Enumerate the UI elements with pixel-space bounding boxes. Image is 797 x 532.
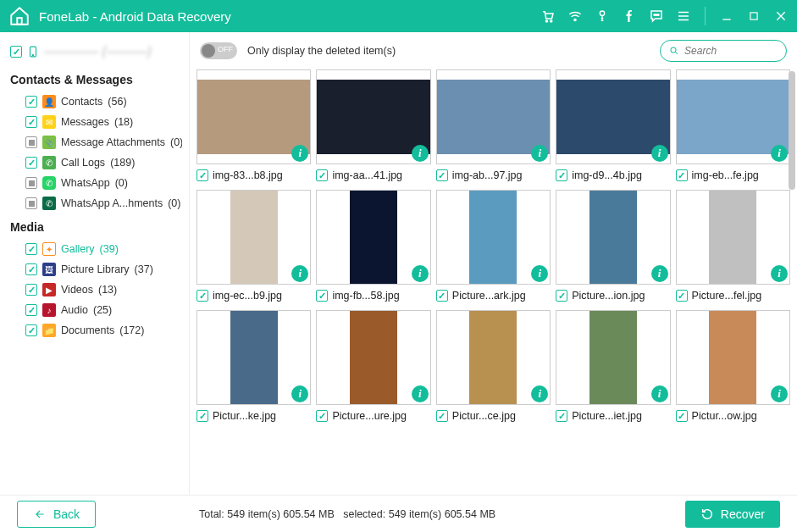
- thumbnail-card[interactable]: iPicture...ure.jpg: [316, 310, 430, 422]
- thumbnail-card[interactable]: iimg-fb...58.jpg: [316, 190, 430, 302]
- feedback-icon[interactable]: [649, 8, 664, 24]
- thumbnail-card[interactable]: iPicture...ion.jpg: [556, 190, 670, 302]
- back-button[interactable]: Back: [17, 501, 96, 528]
- thumbnail-box[interactable]: i: [676, 69, 790, 164]
- wifi-icon[interactable]: [567, 8, 583, 24]
- minimize-icon[interactable]: [719, 8, 734, 24]
- cart-icon[interactable]: [540, 8, 556, 24]
- checkbox[interactable]: [25, 116, 37, 128]
- search-box[interactable]: [660, 40, 787, 62]
- thumb-checkbox[interactable]: [436, 290, 448, 302]
- thumbnail-box[interactable]: i: [196, 310, 311, 405]
- thumb-checkbox[interactable]: [436, 169, 448, 181]
- thumb-checkbox[interactable]: [316, 290, 328, 302]
- info-icon[interactable]: i: [291, 265, 308, 282]
- thumbnail-box[interactable]: i: [676, 310, 790, 405]
- thumbnail-card[interactable]: iimg-83...b8.jpg: [196, 69, 311, 181]
- thumbnail-card[interactable]: iPicture...ark.jpg: [436, 190, 551, 302]
- thumbnail-box[interactable]: i: [196, 190, 311, 285]
- thumb-checkbox[interactable]: [196, 410, 208, 422]
- thumbnail-box[interactable]: i: [436, 190, 551, 285]
- deleted-only-toggle[interactable]: OFF: [200, 42, 237, 59]
- thumbnail-box[interactable]: i: [556, 310, 670, 405]
- checkbox[interactable]: [25, 197, 37, 209]
- maximize-icon[interactable]: [746, 8, 761, 24]
- checkbox[interactable]: [25, 136, 37, 148]
- checkbox[interactable]: [25, 157, 37, 169]
- thumbnail-card[interactable]: iimg-eb...fe.jpg: [676, 69, 790, 181]
- thumb-checkbox[interactable]: [676, 169, 688, 181]
- thumbnail-box[interactable]: i: [316, 310, 430, 405]
- thumb-checkbox[interactable]: [556, 410, 567, 422]
- tree-item-msgAtt[interactable]: 📎Message Attachments (0): [10, 132, 182, 152]
- info-icon[interactable]: i: [771, 385, 788, 402]
- tree-item-videos[interactable]: ▶Videos (13): [10, 280, 182, 300]
- checkbox[interactable]: [25, 324, 37, 336]
- key-icon[interactable]: [595, 8, 610, 24]
- thumbnail-box[interactable]: i: [196, 69, 311, 164]
- scrollbar-thumb[interactable]: [789, 71, 795, 190]
- recover-button[interactable]: Recover: [685, 501, 780, 528]
- device-row[interactable]: ———— (———): [10, 41, 182, 66]
- thumbnail-box[interactable]: i: [556, 69, 670, 164]
- thumbnail-card[interactable]: iPicture...iet.jpg: [556, 310, 670, 422]
- info-icon[interactable]: i: [771, 145, 788, 162]
- home-icon[interactable]: [8, 5, 30, 27]
- tree-item-audio[interactable]: ♪Audio (25): [10, 300, 182, 320]
- thumbnail-card[interactable]: iPicture...fel.jpg: [676, 190, 790, 302]
- tree-item-contacts[interactable]: 👤Contacts (56): [10, 91, 182, 112]
- search-input[interactable]: [684, 45, 778, 57]
- info-icon[interactable]: i: [531, 265, 548, 282]
- tree-item-picLib[interactable]: 🖼Picture Library (37): [10, 259, 182, 280]
- facebook-icon[interactable]: [622, 8, 637, 24]
- thumbnail-card[interactable]: iimg-aa...41.jpg: [316, 69, 430, 181]
- close-icon[interactable]: [773, 8, 789, 24]
- thumbnail-box[interactable]: i: [436, 69, 551, 164]
- checkbox[interactable]: [25, 243, 37, 255]
- thumb-checkbox[interactable]: [556, 169, 567, 181]
- thumb-checkbox[interactable]: [316, 410, 328, 422]
- checkbox[interactable]: [25, 284, 37, 296]
- menu-icon[interactable]: [676, 8, 691, 24]
- info-icon[interactable]: i: [531, 145, 548, 162]
- thumbnail-card[interactable]: iimg-d9...4b.jpg: [556, 69, 670, 181]
- thumbnail-card[interactable]: iimg-ec...b9.jpg: [196, 190, 311, 302]
- thumbnail-box[interactable]: i: [436, 310, 551, 405]
- thumb-checkbox[interactable]: [676, 410, 688, 422]
- tree-item-messages[interactable]: ✉Messages (18): [10, 112, 182, 132]
- checkbox[interactable]: [25, 304, 37, 316]
- info-icon[interactable]: i: [412, 385, 429, 402]
- thumb-checkbox[interactable]: [196, 169, 208, 181]
- info-icon[interactable]: i: [651, 385, 668, 402]
- info-icon[interactable]: i: [412, 265, 429, 282]
- checkbox[interactable]: [25, 263, 37, 275]
- thumbnail-box[interactable]: i: [676, 190, 790, 285]
- tree-item-whatsapp[interactable]: ✆WhatsApp (0): [10, 173, 182, 193]
- thumb-checkbox[interactable]: [676, 290, 688, 302]
- thumb-checkbox[interactable]: [556, 290, 567, 302]
- thumb-checkbox[interactable]: [196, 290, 208, 302]
- info-icon[interactable]: i: [291, 145, 308, 162]
- thumbnail-card[interactable]: iPictur...ce.jpg: [436, 310, 551, 422]
- info-icon[interactable]: i: [291, 385, 308, 402]
- thumb-checkbox[interactable]: [436, 410, 448, 422]
- thumbnail-card[interactable]: iimg-ab...97.jpg: [436, 69, 551, 181]
- tree-item-gallery[interactable]: ✦Gallery (39): [10, 239, 182, 259]
- info-icon[interactable]: i: [651, 265, 668, 282]
- thumbnail-card[interactable]: iPictur...ow.jpg: [676, 310, 790, 422]
- thumbnail-box[interactable]: i: [556, 190, 670, 285]
- thumbnail-box[interactable]: i: [316, 69, 430, 164]
- info-icon[interactable]: i: [412, 145, 429, 162]
- thumbnail-box[interactable]: i: [316, 190, 430, 285]
- tree-item-whatsappAtt[interactable]: ✆WhatsApp A...hments (0): [10, 193, 182, 213]
- info-icon[interactable]: i: [651, 145, 668, 162]
- checkbox[interactable]: [25, 96, 37, 108]
- thumb-checkbox[interactable]: [316, 169, 328, 181]
- checkbox[interactable]: [25, 177, 37, 189]
- thumbnail-card[interactable]: iPictur...ke.jpg: [196, 310, 311, 422]
- info-icon[interactable]: i: [771, 265, 788, 282]
- tree-item-docs[interactable]: 📁Documents (172): [10, 320, 182, 341]
- info-icon[interactable]: i: [531, 385, 548, 402]
- device-checkbox[interactable]: [10, 46, 22, 58]
- tree-item-callLogs[interactable]: ✆Call Logs (189): [10, 152, 182, 173]
